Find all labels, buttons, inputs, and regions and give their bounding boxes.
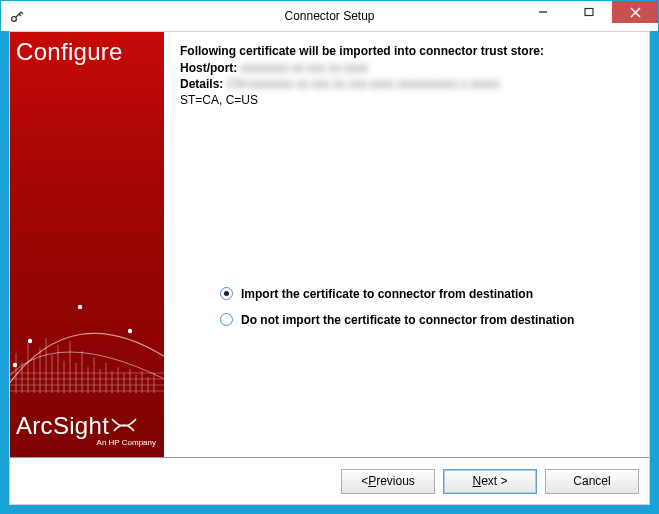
radio-option-import[interactable]: Import the certificate to connector from… (220, 287, 633, 301)
radio-icon (220, 313, 233, 326)
app-icon (9, 8, 25, 24)
window-body: Configure (9, 31, 650, 505)
close-button[interactable] (612, 1, 658, 23)
page-heading: Following certificate will be imported i… (180, 44, 633, 58)
svg-rect-5 (585, 9, 593, 16)
wizard-window: Connector Setup Configure (0, 0, 659, 514)
radio-icon (220, 287, 233, 300)
minimize-button[interactable] (520, 1, 566, 23)
radio-option-noimport[interactable]: Do not import the certificate to connect… (220, 313, 633, 327)
svg-point-0 (12, 16, 17, 21)
cancel-button[interactable]: Cancel (545, 469, 639, 494)
radio-label-import: Import the certificate to connector from… (241, 287, 533, 301)
button-bar: < Previous Next > Cancel (10, 458, 649, 504)
svg-line-3 (19, 14, 21, 16)
details-line-2: ST=CA, C=US (180, 92, 633, 108)
main-panel: Following certificate will be imported i… (164, 32, 649, 457)
host-port-line: Host/port: xxxxxxxx xx xxx xx xxxx (180, 60, 633, 76)
host-port-label: Host/port: (180, 61, 237, 75)
logo-text: ArcSight (16, 412, 109, 440)
arcsight-logo: ArcSight An HP Company (16, 412, 158, 447)
next-button[interactable]: Next > (443, 469, 537, 494)
radio-label-noimport: Do not import the certificate to connect… (241, 313, 574, 327)
details-label: Details: (180, 77, 223, 91)
titlebar[interactable]: Connector Setup (1, 1, 658, 31)
maximize-button[interactable] (566, 1, 612, 23)
details-value: CN=xxxxxxx xx xxx xx xxx xxxx xxxxxxxxxx… (227, 77, 500, 91)
decorative-wave-icon (10, 333, 164, 403)
host-port-value: xxxxxxxx xx xxx xx xxxx (241, 61, 368, 75)
content-area: Configure (10, 32, 649, 457)
window-controls (520, 1, 658, 23)
previous-button[interactable]: < Previous (341, 469, 435, 494)
logo-mark-icon (110, 415, 138, 437)
details-line: Details: CN=xxxxxxx xx xxx xx xxx xxxx x… (180, 76, 633, 92)
sidebar-title: Configure (10, 32, 164, 66)
radio-group: Import the certificate to connector from… (220, 287, 633, 327)
svg-line-2 (21, 12, 23, 14)
sidebar: Configure (10, 32, 164, 457)
svg-point-10 (78, 305, 82, 309)
